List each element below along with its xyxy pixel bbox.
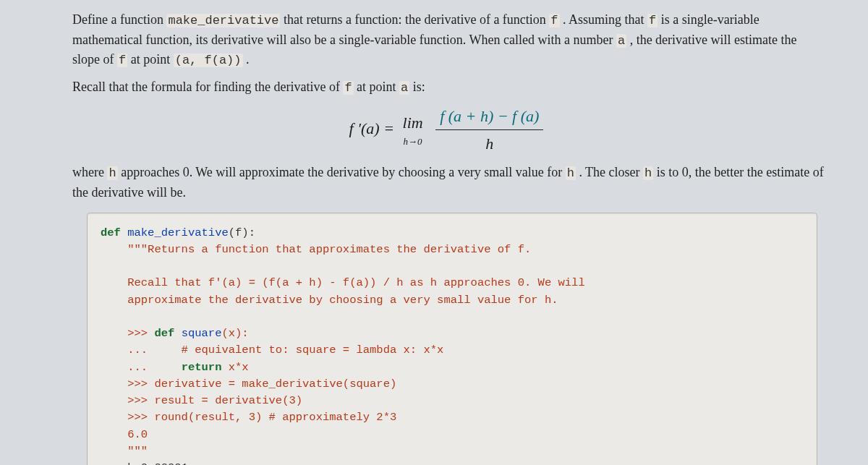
text: at point: [354, 80, 400, 94]
instruction-paragraph-3: where h approaches 0. We will approximat…: [72, 163, 825, 202]
fraction: f (a + h) − f (a) h: [435, 104, 543, 155]
code-f: f: [343, 81, 353, 95]
keyword-return: return: [182, 361, 222, 374]
doctest-output: 6.0: [101, 428, 148, 441]
text: .: [243, 52, 250, 67]
formula-lhs: f ′(a) =: [349, 119, 399, 137]
lim-text: lim: [403, 111, 423, 135]
document-page: Define a function make_derivative that r…: [0, 0, 868, 465]
limit-symbol: lim h→0: [403, 111, 423, 149]
text: where: [72, 165, 107, 179]
doctest-line: >>> result = derivative(3): [101, 394, 302, 407]
derivative-formula: f ′(a) = lim h→0 f (a + h) − f (a) h: [72, 104, 825, 155]
code-h: h: [643, 166, 653, 180]
code-a: a: [616, 34, 626, 48]
code-a: a: [399, 81, 409, 95]
text: . Assuming that: [560, 12, 648, 27]
text: Recall that the formula for finding the …: [72, 80, 343, 94]
docstring-line: """Returns a function that approximates …: [101, 243, 531, 256]
code-f: f: [117, 54, 127, 67]
text: is:: [409, 80, 425, 94]
docstring-line: approximate the derivative by choosing a…: [101, 294, 558, 307]
code-f: f: [549, 14, 559, 27]
code-h: h: [566, 166, 576, 180]
code-point: (a, f(a)): [174, 54, 243, 67]
instruction-paragraph-2: Recall that the formula for finding the …: [72, 77, 825, 98]
code-text: x*x: [221, 361, 248, 374]
code-line: h=0.00001: [101, 461, 188, 465]
text: that returns a function: the derivative …: [280, 12, 549, 27]
doctest-line: ... # equivalent to: square = lambda x: …: [101, 344, 443, 357]
function-name: make_derivative: [121, 226, 229, 239]
code-text: (f):: [229, 226, 255, 239]
docstring-line: Recall that f'(a) = (f(a + h) - f(a)) / …: [101, 276, 585, 289]
doctest-prompt: >>>: [101, 327, 154, 340]
code-f: f: [647, 14, 658, 27]
function-name: square: [174, 327, 221, 340]
denominator: h: [435, 130, 543, 155]
keyword-def: def: [101, 226, 121, 239]
lim-sub: h→0: [403, 135, 423, 149]
doctest-line: >>> derivative = make_derivative(square): [101, 377, 396, 391]
keyword-def: def: [154, 327, 174, 340]
text: . The closer: [576, 165, 643, 179]
text: approaches 0. We will approximate the de…: [118, 165, 566, 179]
doctest-line: >>> round(result, 3) # approximately 2*3: [101, 411, 396, 424]
doctest-cont: ...: [101, 361, 182, 374]
code-h: h: [107, 166, 117, 180]
docstring-close: """: [101, 445, 148, 458]
text: at point: [127, 52, 174, 67]
numerator: f (a + h) − f (a): [435, 104, 543, 130]
code-text: (x):: [221, 327, 248, 340]
code-block: def make_derivative(f): """Returns a fun…: [87, 213, 817, 466]
text: Define a function: [72, 12, 166, 27]
code-make-derivative: make_derivative: [166, 14, 280, 27]
code-pre: def make_derivative(f): """Returns a fun…: [101, 225, 804, 466]
instruction-paragraph-1: Define a function make_derivative that r…: [72, 10, 825, 70]
